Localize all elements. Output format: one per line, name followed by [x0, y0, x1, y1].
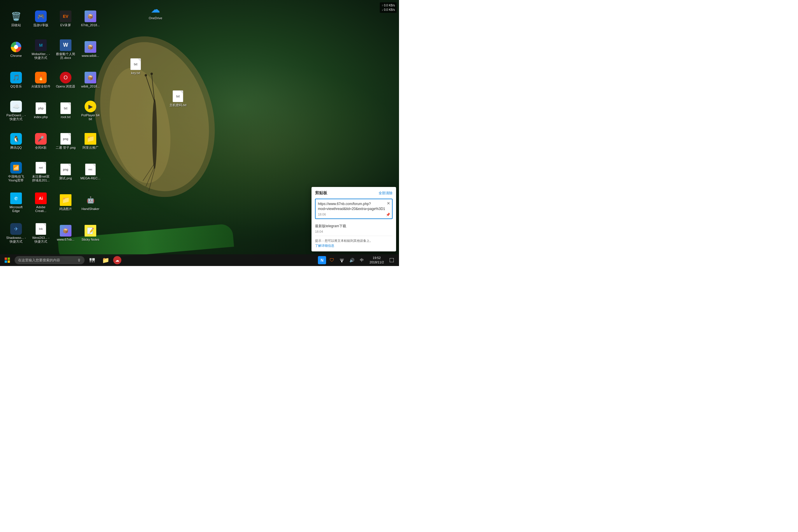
desktop-icon-ev[interactable]: EV EV录屏 — [54, 4, 77, 34]
svg-point-7 — [151, 73, 153, 75]
desktop-icon-adobe[interactable]: Ai Adobe Creati... — [29, 188, 53, 217]
svg-rect-18 — [92, 261, 93, 262]
clock-date: 2018/11/2 — [369, 260, 384, 265]
recycle-label: 回收站 — [12, 23, 21, 27]
desktop-icon-hostpassword[interactable]: txt 主机密码.txt — [166, 90, 190, 107]
desktop-icon-dianxin[interactable]: 📶 中国电信飞Young宽带 — [4, 157, 28, 187]
desktop-icon-opera[interactable]: O Opera 浏览器 — [54, 65, 77, 95]
desktop-icon-chrome[interactable]: Chrome — [4, 35, 28, 64]
desktop-icons-grid: 🗑️ 回收站 🎮 迅游U享版 EV EV录屏 📦 67nb_2018... Ch… — [3, 3, 103, 249]
onedrive-cloud-icon: ☁ — [150, 3, 161, 15]
west263-label: West263... - 快捷方式 — [31, 236, 51, 244]
qqmusic-label: QQ音乐 — [10, 84, 22, 88]
desktop-icon-qqmusic[interactable]: 🎵 QQ音乐 — [4, 65, 28, 95]
ms-edge-icon: e — [10, 192, 22, 204]
task-view-button[interactable] — [87, 255, 97, 265]
testpng-label: 测试.png — [59, 176, 72, 180]
notification-center-button[interactable] — [387, 255, 396, 265]
taskbar-file-explorer[interactable]: 📁 — [100, 254, 111, 266]
keytxt-file-icon: txt — [130, 58, 141, 70]
clipboard-item-pin-btn[interactable]: 📌 — [386, 213, 390, 217]
desktop-icon-ertong[interactable]: png 二通 管子.png — [54, 127, 77, 156]
svg-rect-23 — [390, 258, 394, 262]
desktop-icon-testpng[interactable]: png 测试.png — [54, 157, 77, 187]
clipboard-item-close-btn[interactable]: ✕ — [387, 201, 390, 206]
word-doc-icon: W — [60, 39, 72, 51]
taskbar-cloudmusic[interactable]: ☁ — [111, 254, 123, 266]
desktop-icon-sticky[interactable]: 📝 Sticky Notes — [79, 219, 102, 248]
tencentqq-label: 腾讯QQ — [10, 146, 22, 150]
wibili2018-label: wibili_2018... — [81, 84, 100, 88]
tray-nk-icon[interactable]: N — [318, 255, 326, 265]
karaoke-label: 全民K歌 — [35, 146, 47, 150]
aliyun-folder-icon: 📁 — [84, 133, 96, 145]
fire-label: 火绒安全软件 — [31, 84, 51, 88]
weizhu-file-icon: net — [35, 162, 47, 173]
desktop-icon-indexphp[interactable]: php index.php — [29, 96, 53, 126]
desktop-icon-www67nb[interactable]: 📦 www.67nb... — [54, 219, 77, 248]
desktop-icon-fire[interactable]: 🔥 火绒安全软件 — [29, 65, 53, 95]
desktop-icon-recycle[interactable]: 🗑️ 回收站 — [4, 4, 28, 34]
desktop-icon-mobaxter[interactable]: M MobaXter... - 快捷方式 — [29, 35, 53, 64]
ev-label: EV录屏 — [60, 23, 71, 27]
svg-rect-17 — [90, 261, 91, 262]
clipboard-clear-button[interactable]: 全部清除 — [379, 191, 393, 196]
start-button[interactable] — [1, 254, 13, 266]
pan-download-icon: ☁️ — [10, 101, 22, 112]
butterfly-image — [82, 23, 228, 213]
desktop-icon-keytxt[interactable]: txt key.txt — [126, 58, 146, 75]
desktop-icon-pandownload[interactable]: ☁️ PanDownl... - 快捷方式 — [4, 96, 28, 126]
search-bar-placeholder: 在这里输入您要搜索的内容 — [18, 258, 76, 263]
clipboard-item-2: 最新版telegram下载 18:04 — [315, 221, 393, 236]
netease-cloudmusic-icon: ☁ — [113, 256, 121, 264]
desktop-icon-west263[interactable]: lnk West263... - 快捷方式 — [29, 219, 53, 248]
svg-rect-13 — [5, 261, 7, 263]
ev-recording-icon: EV — [60, 11, 72, 22]
tray-network-icon[interactable] — [338, 255, 346, 265]
desktop-icon-onedrive[interactable]: ☁ OneDrive — [149, 3, 162, 20]
desktop-icon-jitu[interactable]: 📁 鸡汤图片 — [54, 188, 77, 217]
desktop-icon-caiyun[interactable]: W 蔡俊毅个人简历.docx — [54, 35, 77, 64]
system-tray: N 🛡 🔊 中 19:52 2018/11/2 — [318, 255, 398, 265]
clipboard-item-1-text: https://www.67nb.com/forum.php?mod=viewt… — [318, 202, 390, 211]
desktop-icon-yida[interactable]: 🎮 迅游U享版 — [29, 4, 53, 34]
android-handshaker-icon: 🤖 — [84, 194, 96, 206]
desktop-icon-wibili[interactable]: 📦 www.wibili... — [79, 35, 102, 64]
taskbar-search-bar[interactable]: 在这里输入您要搜索的内容 🎙 — [15, 256, 84, 264]
desktop-icon-karaoke[interactable]: 🎤 全民K歌 — [29, 127, 53, 156]
tray-volume-icon[interactable]: 🔊 — [347, 255, 356, 265]
desktop-icon-shadowso[interactable]: ✈ Shadowso... - 快捷方式 — [4, 219, 28, 248]
network-speed-widget: ↑ 0.0 KB/s ↓ 0.0 KB/s — [380, 2, 397, 13]
roottxt-icon: txt — [60, 102, 72, 114]
67nb-winrar-icon: 📦 — [60, 225, 72, 236]
tray-security-icon[interactable]: 🛡 — [327, 255, 336, 265]
desktop-icon-tencentqq[interactable]: 🐧 腾讯QQ — [4, 127, 28, 156]
microphone-icon[interactable]: 🎙 — [77, 258, 81, 263]
svg-rect-12 — [7, 258, 10, 260]
desktop-icon-weizhu[interactable]: net 未注册net双拼域名201... — [29, 157, 53, 187]
desktop-icon-megarec[interactable]: rec MEGA-REC... — [79, 157, 102, 187]
tray-input-method-icon[interactable]: 中 — [357, 255, 366, 265]
desktop-icon-potplayer[interactable]: ▶ PotPlayer 64 bit — [79, 96, 102, 126]
desktop-icon-67nb[interactable]: 📦 67nb_2018... — [79, 4, 102, 34]
karaoke-icon: 🎤 — [35, 133, 47, 145]
svg-rect-22 — [340, 259, 344, 260]
desktop-icon-msedge[interactable]: e Microsoft Edge — [4, 188, 28, 217]
clipboard-detail-link[interactable]: 了解详细信息 — [315, 244, 393, 248]
file-explorer-icon: 📁 — [102, 256, 109, 264]
clock-time: 19:52 — [373, 256, 381, 260]
taskbar-clock[interactable]: 19:52 2018/11/2 — [367, 256, 386, 265]
wibili2018-icon: 📦 — [84, 72, 96, 83]
desktop-icon-wibili2018[interactable]: 📦 wibili_2018... — [79, 65, 102, 95]
qqmusic-icon: 🎵 — [10, 72, 22, 83]
dianxin-icon: 📶 — [10, 162, 22, 173]
adobe-icon: Ai — [35, 192, 47, 204]
opera-label: Opera 浏览器 — [56, 84, 76, 88]
svg-rect-20 — [341, 261, 342, 262]
sticky-notes-icon: 📝 — [84, 225, 96, 236]
desktop-icon-roottxt[interactable]: txt root.txt — [54, 96, 77, 126]
www67nb-label: www.67nb... — [57, 238, 74, 242]
desktop-icon-handshaker[interactable]: 🤖 HandShaker — [79, 188, 102, 217]
taskview-icon — [90, 258, 95, 262]
desktop-icon-aliyun[interactable]: 📁 阿里云推广 — [79, 127, 102, 156]
